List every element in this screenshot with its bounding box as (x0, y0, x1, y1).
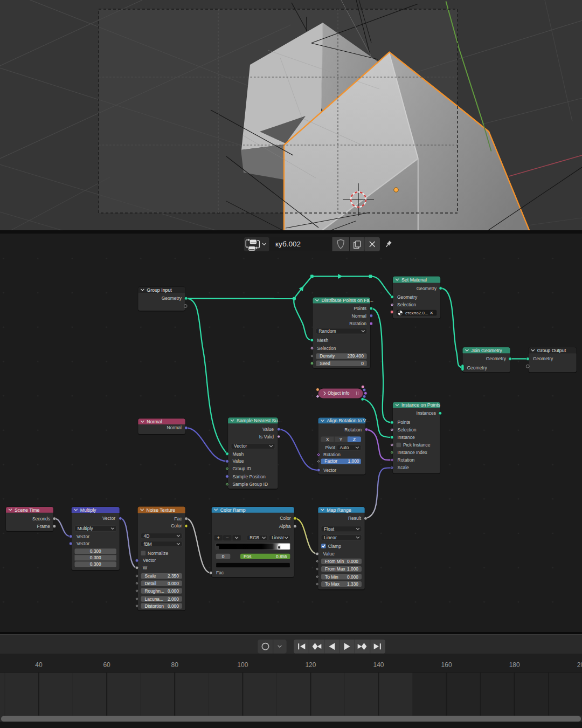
svg-text:Map Range: Map Range (327, 507, 351, 513)
svg-text:Linear: Linear (324, 535, 337, 540)
svg-text:Seed: Seed (320, 361, 330, 366)
svg-text:стекло2.0...: стекло2.0... (405, 311, 428, 315)
svg-text:Normal: Normal (147, 419, 162, 424)
svg-text:0.000: 0.000 (168, 588, 179, 594)
svg-text:Detail: Detail (145, 581, 157, 586)
svg-text:0.000: 0.000 (168, 603, 179, 609)
svg-text:Scene Time: Scene Time (15, 507, 40, 513)
svg-text:Mesh: Mesh (317, 338, 329, 343)
svg-text:Distribute Points on Fa...: Distribute Points on Fa... (322, 298, 373, 303)
svg-text:0.300: 0.300 (90, 548, 101, 554)
svg-text:Instance: Instance (398, 435, 415, 440)
svg-text:Vector: Vector (234, 443, 247, 449)
svg-text:4D: 4D (144, 533, 150, 539)
svg-text:Normal: Normal (167, 425, 182, 430)
svg-text:1.000: 1.000 (347, 566, 358, 572)
svg-text:Set Material: Set Material (401, 277, 427, 283)
svg-text:Vector: Vector (77, 534, 89, 539)
svg-text:Auto: Auto (340, 445, 349, 450)
svg-text:X: X (326, 437, 329, 442)
svg-text:Points: Points (354, 306, 366, 311)
svg-text:200: 200 (577, 661, 582, 669)
svg-text:Random: Random (318, 328, 336, 334)
svg-text:0.000: 0.000 (347, 574, 358, 580)
svg-text:Instance Index: Instance Index (398, 450, 428, 455)
svg-text:239.400: 239.400 (348, 353, 364, 359)
svg-text:Sample Group ID: Sample Group ID (232, 482, 268, 487)
svg-text:Sample Position: Sample Position (232, 474, 266, 479)
svg-text:Mesh: Mesh (232, 451, 244, 457)
svg-text:Pivot: Pivot (325, 445, 335, 450)
svg-text:Color: Color (280, 516, 290, 521)
svg-text:Value: Value (262, 427, 274, 432)
svg-text:100: 100 (237, 661, 248, 669)
svg-text:Lacuna...: Lacuna... (145, 596, 163, 602)
svg-text:Pick Instance: Pick Instance (403, 442, 431, 448)
svg-text:0.000: 0.000 (168, 581, 179, 586)
svg-text:куб.002: куб.002 (275, 240, 301, 248)
svg-text:Fac: Fac (174, 516, 182, 521)
svg-text:Factor: Factor (324, 458, 337, 464)
svg-text:Distortion: Distortion (145, 603, 164, 609)
svg-text:120: 120 (305, 661, 316, 669)
svg-text:To Min: To Min (325, 574, 338, 580)
svg-text:Instances: Instances (417, 410, 436, 416)
svg-text:Pos: Pos (244, 554, 251, 559)
svg-text:✕: ✕ (429, 311, 433, 315)
svg-text:Color: Color (171, 523, 182, 528)
svg-text:0.855: 0.855 (276, 554, 287, 559)
svg-text:Rotation: Rotation (398, 457, 415, 463)
svg-text:Alpha: Alpha (279, 524, 291, 529)
svg-text:Vector: Vector (323, 468, 336, 473)
svg-text:Vector: Vector (102, 516, 115, 521)
svg-text:60: 60 (103, 661, 110, 669)
svg-text:Color Ramp: Color Ramp (220, 507, 246, 513)
svg-text:0.300: 0.300 (90, 555, 101, 560)
svg-text:Scale: Scale (145, 573, 156, 579)
svg-text:–: – (226, 535, 228, 540)
svg-text:Selection: Selection (317, 346, 336, 351)
svg-text:1.000: 1.000 (348, 458, 359, 464)
svg-text:Join Geometry: Join Geometry (472, 348, 503, 353)
svg-text:2.350: 2.350 (168, 573, 179, 579)
svg-text:160: 160 (441, 661, 452, 669)
svg-text:Value: Value (323, 551, 335, 557)
svg-text:Geometry: Geometry (467, 365, 488, 370)
svg-text:0: 0 (361, 361, 364, 366)
svg-text:Geometry: Geometry (417, 286, 437, 291)
svg-text:0: 0 (222, 554, 225, 559)
svg-text:Seconds: Seconds (32, 516, 50, 521)
svg-text:Result: Result (348, 516, 362, 521)
svg-text:Scale: Scale (398, 465, 410, 470)
svg-text:Z: Z (353, 437, 356, 442)
svg-text:Vector: Vector (77, 541, 89, 546)
svg-text:Group Output: Group Output (537, 348, 566, 353)
svg-text:Frame: Frame (37, 524, 50, 529)
svg-text:Density: Density (320, 353, 335, 359)
svg-text:180: 180 (509, 661, 520, 669)
svg-text:Geometry: Geometry (533, 356, 553, 361)
svg-text:Y: Y (340, 437, 343, 442)
svg-text:fBM: fBM (144, 541, 152, 547)
svg-text:Normal: Normal (352, 313, 367, 319)
svg-text:Selection: Selection (397, 302, 416, 307)
svg-text:40: 40 (35, 661, 43, 669)
svg-text:Rotation: Rotation (344, 427, 362, 432)
svg-text:Noise Texture: Noise Texture (147, 507, 176, 513)
svg-text:Group Input: Group Input (147, 287, 172, 293)
svg-text:Roughn...: Roughn... (145, 588, 164, 594)
svg-text:W: W (143, 565, 147, 571)
svg-text:Geometry: Geometry (397, 294, 418, 300)
svg-text:140: 140 (373, 661, 384, 669)
svg-text:Linear: Linear (272, 535, 284, 540)
svg-text:Group ID: Group ID (232, 466, 251, 471)
svg-text:Points: Points (398, 420, 411, 425)
svg-text:80: 80 (171, 661, 179, 669)
svg-text:0.300: 0.300 (90, 561, 101, 567)
svg-text:1.330: 1.330 (347, 581, 358, 587)
svg-text:Multiply: Multiply (80, 507, 96, 513)
svg-text:Fac: Fac (216, 570, 224, 575)
svg-text:Instance on Points: Instance on Points (401, 402, 441, 408)
svg-text:0.000: 0.000 (347, 559, 358, 564)
svg-text:Rotation: Rotation (323, 452, 341, 457)
